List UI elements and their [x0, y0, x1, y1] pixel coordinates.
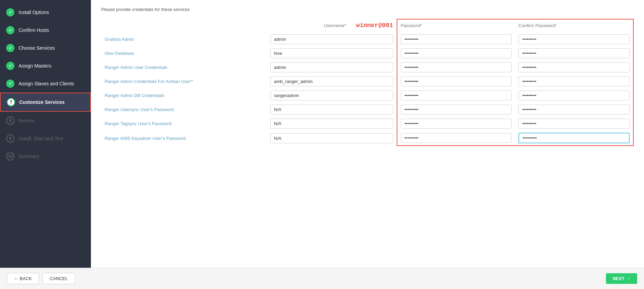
confirm-password-input[interactable]: [518, 91, 630, 100]
winner-text: winner@001: [356, 22, 393, 29]
username-cell: [267, 117, 397, 131]
password-input[interactable]: [401, 133, 512, 143]
confirm-password-cell: [515, 117, 633, 131]
sidebar-label-review: Review: [19, 118, 34, 123]
sidebar-label-install-options: Install Options: [19, 10, 49, 15]
step-circle-9: 10: [6, 152, 14, 160]
username-cell: [267, 103, 397, 117]
sidebar-item-assign-slaves[interactable]: ✓ Assign Slaves and Clients: [0, 75, 91, 93]
sidebar-label-confirm-hosts: Confirm Hosts: [19, 27, 49, 33]
username-cell: [267, 74, 397, 88]
col-header-username: Username* winner@001: [267, 19, 397, 32]
service-label: Ranger Admin Credentials For Ambari User…: [101, 74, 267, 88]
confirm-password-input[interactable]: [518, 34, 630, 44]
table-row: Ranger Admin DB Credentials: [101, 88, 633, 103]
sidebar: ✓ Install Options ✓ Confirm Hosts ✓ Choo…: [0, 0, 91, 268]
next-button[interactable]: NEXT →: [606, 273, 637, 284]
sidebar-label-choose-services: Choose Services: [19, 45, 55, 51]
username-input[interactable]: [270, 34, 393, 44]
service-label: Ranger Admin DB Credentials: [101, 88, 267, 103]
confirm-password-input[interactable]: [518, 119, 630, 129]
col-header-confirm: Confirm Password*: [515, 19, 633, 32]
step-circle-2: ✓: [6, 26, 14, 34]
sidebar-item-customize-services[interactable]: 7 Customize Services: [0, 93, 91, 112]
username-input[interactable]: [270, 48, 393, 58]
password-input[interactable]: [401, 62, 512, 72]
service-label: Ranger Usersync User's Password: [101, 103, 267, 117]
sidebar-item-summary[interactable]: 10 Summary: [0, 147, 91, 165]
sidebar-label-customize-services: Customize Services: [19, 99, 65, 105]
credentials-table: Username* winner@001 Password* Confirm P…: [101, 19, 634, 146]
confirm-password-cell: [515, 46, 633, 60]
username-input[interactable]: [270, 105, 393, 115]
password-input[interactable]: [401, 119, 512, 129]
confirm-password-cell: [515, 60, 633, 74]
username-input[interactable]: [270, 119, 393, 129]
password-cell: [397, 32, 515, 46]
sidebar-item-install-options[interactable]: ✓ Install Options: [0, 3, 91, 21]
table-row: Hive Database: [101, 46, 633, 60]
col-header-password: Password*: [397, 19, 515, 32]
service-label: Ranger KMS Keyadmin User's Password: [101, 131, 267, 146]
service-label: Ranger Admin User Credentials: [101, 60, 267, 74]
password-cell: [397, 103, 515, 117]
table-row: Ranger Admin Credentials For Ambari User…: [101, 74, 633, 88]
sidebar-label-summary: Summary: [19, 154, 39, 159]
username-input[interactable]: [270, 133, 393, 143]
username-input[interactable]: [270, 62, 393, 72]
table-row: Grafana Admin: [101, 32, 633, 46]
confirm-password-cell: [515, 32, 633, 46]
sidebar-item-choose-services[interactable]: ✓ Choose Services: [0, 39, 91, 57]
sidebar-item-confirm-hosts[interactable]: ✓ Confirm Hosts: [0, 21, 91, 39]
cancel-button[interactable]: CANCEL: [43, 273, 75, 284]
confirm-password-cell: [515, 88, 633, 103]
sidebar-item-install-start[interactable]: 9 Install, Start and Test: [0, 130, 91, 147]
step-circle-5: ✓: [6, 80, 14, 88]
username-cell: [267, 46, 397, 60]
page-subtitle: Please provide credentials for these ser…: [101, 7, 634, 12]
password-input[interactable]: [401, 91, 512, 100]
sidebar-label-assign-masters: Assign Masters: [19, 63, 51, 69]
confirm-password-input[interactable]: [518, 76, 630, 86]
password-cell: [397, 88, 515, 103]
password-cell: [397, 117, 515, 131]
password-cell: [397, 60, 515, 74]
confirm-password-input[interactable]: [518, 62, 630, 72]
step-circle-4: ✓: [6, 62, 14, 70]
confirm-password-cell: [515, 103, 633, 117]
password-input[interactable]: [401, 48, 512, 58]
username-cell: [267, 60, 397, 74]
table-row: Ranger KMS Keyadmin User's Password: [101, 131, 633, 146]
confirm-password-cell: [515, 74, 633, 88]
footer: ← BACK CANCEL NEXT →: [0, 268, 644, 289]
password-input[interactable]: [401, 105, 512, 115]
service-label: Ranger Tagsync User's Password: [101, 117, 267, 131]
sidebar-item-assign-masters[interactable]: ✓ Assign Masters: [0, 57, 91, 75]
username-cell: [267, 32, 397, 46]
main-content: Please provide credentials for these ser…: [91, 0, 644, 268]
username-input[interactable]: [270, 76, 393, 86]
table-row: Ranger Admin User Credentials: [101, 60, 633, 74]
back-button[interactable]: ← BACK: [7, 273, 39, 284]
confirm-password-input[interactable]: [518, 48, 630, 58]
username-cell: [267, 88, 397, 103]
step-circle-7: 8: [6, 117, 14, 125]
password-input[interactable]: [401, 34, 512, 44]
step-circle-6: 7: [7, 98, 15, 106]
sidebar-label-install-start: Install, Start and Test: [19, 136, 63, 141]
col-header-service: [101, 19, 267, 32]
username-cell: [267, 131, 397, 146]
table-row: Ranger Tagsync User's Password: [101, 117, 633, 131]
step-circle-8: 9: [6, 134, 14, 143]
service-label: Hive Database: [101, 46, 267, 60]
service-label: Grafana Admin: [101, 32, 267, 46]
footer-left-buttons: ← BACK CANCEL: [7, 273, 75, 284]
confirm-password-cell: [515, 131, 633, 146]
password-cell: [397, 74, 515, 88]
password-cell: [397, 46, 515, 60]
sidebar-item-review[interactable]: 8 Review: [0, 112, 91, 130]
confirm-password-input[interactable]: [518, 133, 630, 143]
password-input[interactable]: [401, 76, 512, 86]
confirm-password-input[interactable]: [518, 105, 630, 115]
username-input[interactable]: [270, 91, 393, 100]
